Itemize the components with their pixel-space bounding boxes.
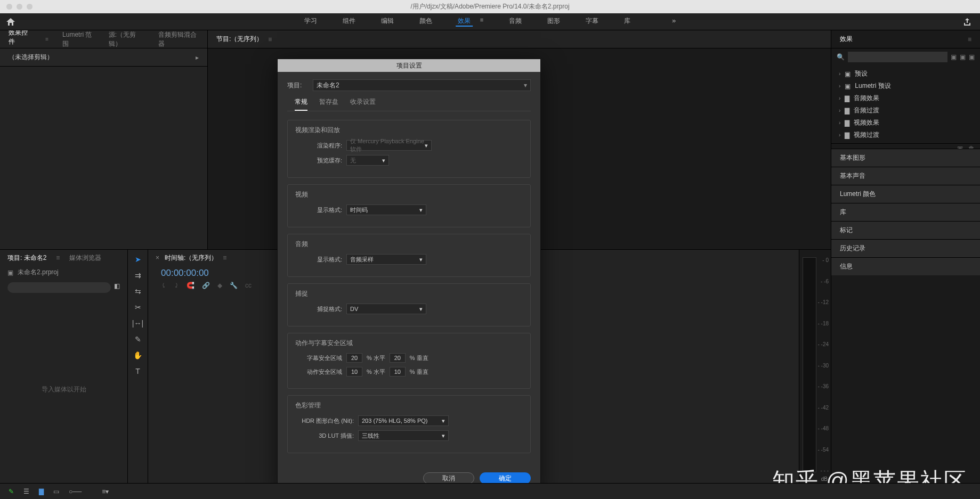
panel-essential-graphics[interactable]: 基本图形 [831,149,980,167]
overwrite-icon[interactable]: ⤸ [174,282,179,289]
preview-cache-select[interactable]: 无▾ [346,155,389,166]
capture-format-select[interactable]: DV▾ [346,304,426,314]
ws-effects-menu-icon[interactable]: ≡ [478,17,485,27]
tab-effect-controls[interactable]: 效果控件 [9,28,31,51]
panel-markers[interactable]: 标记 [831,221,980,239]
tab-timeline[interactable]: 时间轴:（无序列） [165,253,217,263]
sort-icon[interactable]: ≡▾ [102,488,109,495]
effects-menu-icon[interactable]: ≡ [968,36,971,43]
tree-lumetri-presets[interactable]: ›▣Lumetri 预设 [831,80,980,92]
project-select[interactable]: 未命名2▾ [313,79,531,91]
video-section-title: 视频 [295,190,523,199]
selection-tool-icon[interactable]: ➤ [135,255,141,264]
section-safe: 动作与字幕安全区域 字幕安全区域 % 水平 % 垂直 动作安全区域 % 水平 %… [287,333,531,389]
min-dot[interactable] [17,4,22,10]
hdr-select[interactable]: 203 (75% HLG, 58% PQ)▾ [358,415,449,426]
project-menu-icon[interactable]: ≡ [56,254,60,261]
project-search-input[interactable] [7,282,111,293]
tree-video-transitions[interactable]: ›▇视频过渡 [831,129,980,141]
tab-media-browser[interactable]: 媒体浏览器 [69,253,101,263]
freeform-icon[interactable]: ▭ [53,488,59,495]
panel-menu-icon[interactable]: ≡ [45,36,48,42]
fx-badge2-icon[interactable]: ▣ [960,53,966,61]
tab-ingest[interactable]: 收录设置 [350,97,376,111]
tree-audio-effects[interactable]: ›▇音频效果 [831,92,980,104]
fx-badge3-icon[interactable]: ▣ [969,53,975,61]
window-controls[interactable] [0,4,33,10]
linked-icon[interactable]: 🔗 [202,282,210,289]
timeline-menu-icon[interactable]: ≡ [223,254,226,261]
tree-presets[interactable]: ›▣预设 [831,68,980,80]
cc-icon[interactable]: cc [245,282,252,289]
tab-scratch[interactable]: 暂存盘 [319,97,338,111]
effects-search-input[interactable] [848,52,947,62]
ws-edit[interactable]: 编辑 [379,17,396,27]
tab-lumetri-scopes[interactable]: Lumetri 范围 [62,30,95,48]
action-safe-h-input[interactable] [346,367,362,377]
action-safe-v-input[interactable] [390,367,406,377]
slip-tool-icon[interactable]: |↔| [132,319,143,328]
settings-icon[interactable]: 🔧 [230,282,238,289]
panel-libraries[interactable]: 库 [831,203,980,221]
zoom-slider-icon[interactable]: ○── [69,488,82,495]
snap-icon[interactable]: 🧲 [187,282,195,289]
title-safe-h-input[interactable] [346,353,362,363]
marker-add-icon[interactable]: ◆ [217,282,222,289]
filter-icon[interactable]: ◧ [114,282,120,293]
project-tabs: 项目: 未命名2 ≡ 媒体浏览器 [0,250,127,266]
ripple-tool-icon[interactable]: ⇆ [135,287,141,296]
type-tool-icon[interactable]: T [135,367,140,375]
panel-lumetri-color[interactable]: Lumetri 颜色 [831,185,980,203]
track-select-tool-icon[interactable]: ⇉ [135,271,141,280]
render-section-title: 视频渲染和回放 [295,126,523,135]
close-dot[interactable] [6,4,12,10]
renderer-select[interactable]: 仅 Mercury Playback Engine 软件▾ [346,140,432,151]
home-button[interactable] [0,18,21,26]
ws-graphics[interactable]: 图形 [545,17,562,27]
razor-tool-icon[interactable]: ✂ [135,303,141,312]
max-dot[interactable] [27,4,33,10]
fx-badge1-icon[interactable]: ▣ [951,53,957,61]
panel-essential-sound[interactable]: 基本声音 [831,167,980,185]
icon-view-icon[interactable]: ▇ [39,488,44,495]
hand-tool-icon[interactable]: ✋ [133,351,142,359]
ws-effects[interactable]: 效果 [456,17,473,27]
tree-audio-transitions[interactable]: ›▇音频过渡 [831,104,980,117]
panel-info[interactable]: 信息 [831,257,980,275]
lut-select[interactable]: 三线性▾ [358,430,449,441]
new-bin-icon[interactable]: ▣ [957,145,963,148]
tab-audio-clip-mixer[interactable]: 音频剪辑混合器 [158,30,199,48]
action-safe-label: 动作安全区域 [295,368,342,376]
pen-tool-icon[interactable]: ✎ [135,335,141,343]
project-filename: 未命名2.prproj [18,268,59,277]
audio-format-select[interactable]: 音频采样▾ [346,254,426,265]
ws-libraries[interactable]: 库 [622,17,633,27]
ws-color[interactable]: 颜色 [417,17,434,27]
panel-history[interactable]: 历史记录 [831,239,980,257]
video-format-select[interactable]: 时间码▾ [346,204,426,215]
ws-overflow-icon[interactable]: » [670,17,678,27]
cancel-button[interactable]: 取消 [423,472,474,484]
project-body[interactable]: 导入媒体以开始 [0,296,127,483]
ws-captions[interactable]: 字幕 [584,17,601,27]
tab-project[interactable]: 项目: 未命名2 [7,253,46,263]
section-capture: 捕捉 捕捉格式: DV▾ [287,283,531,326]
program-menu-icon[interactable]: ≡ [268,36,272,43]
list-view-icon[interactable]: ☰ [23,488,29,495]
ws-learn[interactable]: 学习 [302,17,319,27]
write-icon[interactable]: ✎ [9,488,14,495]
effects-title[interactable]: 效果 [840,35,853,44]
ok-button[interactable]: 确定 [480,472,531,484]
ec-play-icon[interactable]: ▸ [196,54,199,61]
ws-assembly[interactable]: 组件 [341,17,358,27]
tab-source[interactable]: 源:（无剪辑） [109,30,145,48]
share-icon[interactable] [963,18,971,26]
tab-general[interactable]: 常规 [295,97,307,111]
insert-icon[interactable]: ⤹ [161,282,166,289]
tree-video-effects[interactable]: ›▇视频效果 [831,117,980,129]
ws-audio[interactable]: 音频 [507,17,524,27]
title-safe-v-input[interactable] [390,353,406,363]
tab-program[interactable]: 节目:（无序列） [216,35,263,44]
trash-icon[interactable]: 🗑 [968,145,975,148]
window-title: /用户/djzx/文稿/Adobe/Premiere Pro/14.0/未命名2… [410,2,569,11]
